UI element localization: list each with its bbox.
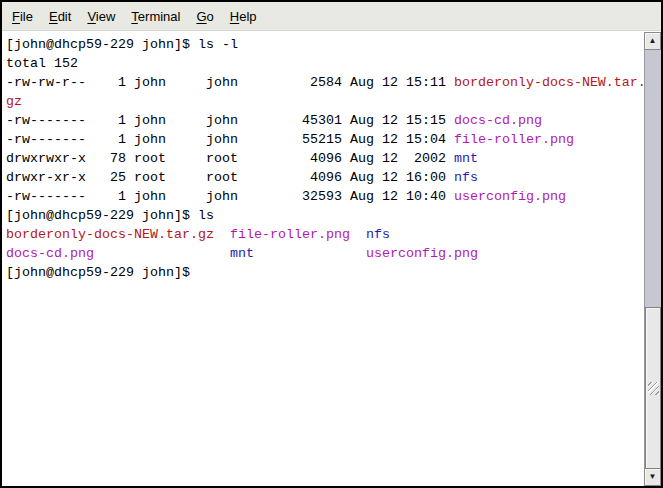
terminal-line-ls-row: docs-cd.png mnt userconfig.png — [6, 244, 643, 263]
terminal-line-prompt: [john@dhcp59-229 john]$ ls -l — [6, 35, 643, 54]
menu-view[interactable]: View — [79, 4, 123, 29]
menu-help-mnemonic: H — [230, 9, 239, 24]
menu-go[interactable]: Go — [188, 4, 221, 29]
prompt-command-text: [john@dhcp59-229 john]$ ls — [6, 208, 214, 223]
filename-text: docs-cd.png — [454, 113, 542, 128]
terminal-line-file-row-wrap: gz — [6, 92, 643, 111]
terminal-line-total: total 152 — [6, 54, 643, 73]
menu-file-mnemonic: F — [12, 9, 20, 24]
terminal-line-file-row: -rw------- 1 john john 55215 Aug 12 15:0… — [6, 130, 643, 149]
menu-edit[interactable]: Edit — [41, 4, 79, 29]
terminal-text-segment: -rw------- 1 john john 55215 Aug 12 15:0… — [6, 132, 454, 147]
menu-terminal-label: erminal — [138, 9, 181, 24]
terminal-text-segment: drwxr-xr-x 25 root root 4096 Aug 12 16:0… — [6, 170, 454, 185]
filename-text: userconfig.png — [454, 189, 566, 204]
scroll-up-button[interactable]: ▲ — [644, 32, 661, 50]
dirname-text: nfs — [366, 227, 390, 242]
menu-view-label: iew — [96, 9, 116, 24]
terminal-text-segment — [350, 227, 366, 242]
terminal-text-segment — [254, 246, 366, 261]
dirname-text: nfs — [454, 170, 478, 185]
menu-terminal[interactable]: Terminal — [123, 4, 188, 29]
terminal-line-dir-row: drwxr-xr-x 25 root root 4096 Aug 12 16:0… — [6, 168, 643, 187]
menu-view-mnemonic: V — [87, 9, 95, 24]
prompt-command-text: [john@dhcp59-229 john]$ — [6, 265, 190, 280]
dirname-text: mnt — [230, 246, 254, 261]
filename-text: docs-cd.png — [6, 246, 94, 261]
terminal-text-segment: -rw------- 1 john john 32593 Aug 12 10:4… — [6, 189, 454, 204]
scrollbar[interactable]: ▲ ▼ — [644, 32, 661, 486]
filename-text: file-roller.png — [454, 132, 574, 147]
menu-go-label: o — [207, 9, 214, 24]
menu-go-mnemonic: G — [196, 9, 206, 24]
menu-edit-mnemonic: E — [49, 9, 58, 24]
down-arrow-icon: ▼ — [649, 473, 657, 481]
terminal-line-ls-row: borderonly-docs-NEW.tar.gz file-roller.p… — [6, 225, 643, 244]
filename-text: userconfig.png — [366, 246, 478, 261]
filename-text: file-roller.png — [230, 227, 350, 242]
scroll-down-button[interactable]: ▼ — [644, 468, 661, 486]
terminal-text-segment: drwxrwxr-x 78 root root 4096 Aug 12 2002 — [6, 151, 454, 166]
menu-help[interactable]: Help — [222, 4, 265, 29]
terminal-window: File Edit View Terminal Go Help [john@dh… — [0, 0, 663, 488]
dirname-text: mnt — [454, 151, 478, 166]
terminal-output: [john@dhcp59-229 john]$ ls -l total 152 … — [6, 35, 643, 486]
menu-help-label: elp — [239, 9, 256, 24]
menu-file-label: ile — [20, 9, 33, 24]
menu-edit-label: dit — [58, 9, 72, 24]
scrollbar-thumb[interactable] — [645, 307, 661, 469]
terminal-line-file-row: -rw-rw-r-- 1 john john 2584 Aug 12 15:11… — [6, 73, 643, 92]
terminal-screen[interactable]: [john@dhcp59-229 john]$ ls -l total 152 … — [2, 32, 661, 486]
scrollbar-track[interactable] — [644, 50, 661, 468]
terminal-line-prompt: [john@dhcp59-229 john]$ ls — [6, 206, 643, 225]
terminal-text-segment: -rw------- 1 john john 45301 Aug 12 15:1… — [6, 113, 454, 128]
terminal-line-file-row: -rw------- 1 john john 45301 Aug 12 15:1… — [6, 111, 643, 130]
terminal-line-prompt: [john@dhcp59-229 john]$ — [6, 263, 643, 282]
menubar: File Edit View Terminal Go Help — [2, 2, 661, 31]
filename-text: gz — [6, 94, 22, 109]
terminal-text-segment: -rw-rw-r-- 1 john john 2584 Aug 12 15:11 — [6, 75, 454, 90]
filename-text: borderonly-docs-NEW.tar.gz — [6, 227, 214, 242]
terminal-text-segment — [214, 227, 230, 242]
filename-text: borderonly-docs-NEW.tar. — [454, 75, 643, 90]
up-arrow-icon: ▲ — [649, 37, 657, 45]
terminal-text-segment — [94, 246, 230, 261]
scrollbar-grip-icon — [648, 382, 659, 395]
terminal-text-segment: total 152 — [6, 56, 78, 71]
menu-file[interactable]: File — [4, 4, 41, 29]
terminal-line-file-row: -rw------- 1 john john 32593 Aug 12 10:4… — [6, 187, 643, 206]
prompt-command-text: [john@dhcp59-229 john]$ ls -l — [6, 37, 238, 52]
terminal-line-dir-row: drwxrwxr-x 78 root root 4096 Aug 12 2002… — [6, 149, 643, 168]
